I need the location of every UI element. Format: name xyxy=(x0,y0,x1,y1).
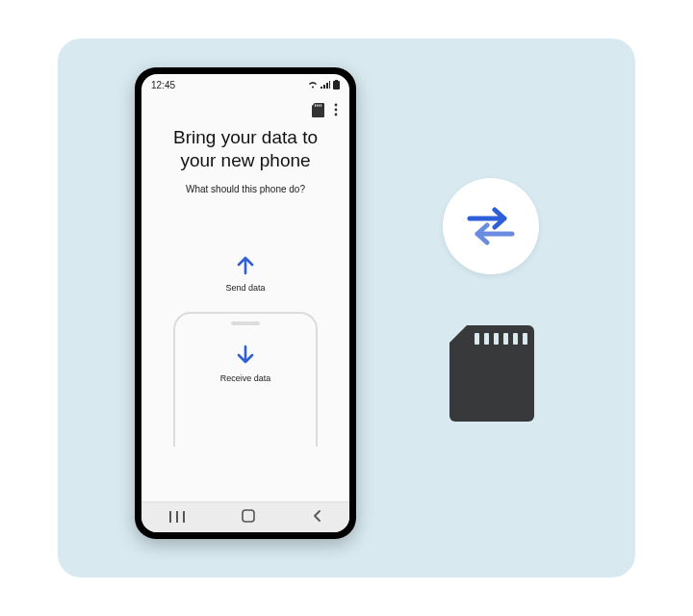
title-line-2: your new phone xyxy=(180,150,310,170)
svg-rect-10 xyxy=(176,511,178,523)
svg-rect-18 xyxy=(523,333,527,345)
receive-data-button[interactable]: Receive data xyxy=(173,312,318,447)
svg-rect-12 xyxy=(243,510,254,522)
status-indicators xyxy=(308,80,340,90)
phone-screen: 12:45 Bring your data to your ne xyxy=(141,74,349,532)
svg-rect-15 xyxy=(494,333,499,345)
battery-icon xyxy=(333,80,340,90)
svg-rect-4 xyxy=(319,104,320,106)
swap-arrows-badge xyxy=(443,178,539,274)
svg-rect-2 xyxy=(315,104,316,106)
nav-home-icon[interactable] xyxy=(242,509,255,526)
svg-rect-14 xyxy=(484,333,489,345)
svg-rect-5 xyxy=(321,104,321,106)
sd-card-icon[interactable] xyxy=(312,103,324,117)
signal-icon xyxy=(321,81,330,89)
wifi-icon xyxy=(308,81,318,89)
title-line-1: Bring your data to xyxy=(173,127,318,147)
svg-rect-1 xyxy=(335,80,338,82)
nav-recent-icon[interactable] xyxy=(169,509,185,526)
arrow-up-icon xyxy=(233,252,258,277)
svg-rect-16 xyxy=(503,333,508,345)
receive-label: Receive data xyxy=(220,373,271,383)
svg-point-8 xyxy=(335,114,338,116)
illustration-card: 12:45 Bring your data to your ne xyxy=(58,38,635,578)
svg-rect-17 xyxy=(513,333,518,345)
svg-rect-9 xyxy=(169,511,171,523)
svg-rect-13 xyxy=(475,333,479,345)
svg-rect-3 xyxy=(317,104,318,106)
svg-rect-11 xyxy=(183,511,185,523)
svg-rect-0 xyxy=(333,81,340,90)
page-title: Bring your data to your new phone xyxy=(173,126,318,172)
svg-point-6 xyxy=(335,104,338,107)
sd-card-large-icon xyxy=(449,325,534,422)
svg-point-7 xyxy=(335,109,338,112)
swap-arrows-icon xyxy=(464,205,518,247)
phone-mockup: 12:45 Bring your data to your ne xyxy=(135,67,356,539)
status-bar: 12:45 xyxy=(141,74,349,95)
arrow-down-icon xyxy=(233,343,258,368)
phone-notch-decoration xyxy=(231,321,260,325)
send-label: Send data xyxy=(225,283,265,293)
page-subtitle: What should this phone do? xyxy=(186,184,305,194)
overflow-menu-icon[interactable] xyxy=(334,103,338,116)
main-content: Bring your data to your new phone What s… xyxy=(141,124,349,501)
status-time: 12:45 xyxy=(151,80,175,90)
app-bar xyxy=(141,95,349,124)
send-data-button[interactable]: Send data xyxy=(225,252,265,293)
nav-bar xyxy=(141,501,349,532)
nav-back-icon[interactable] xyxy=(312,509,321,526)
